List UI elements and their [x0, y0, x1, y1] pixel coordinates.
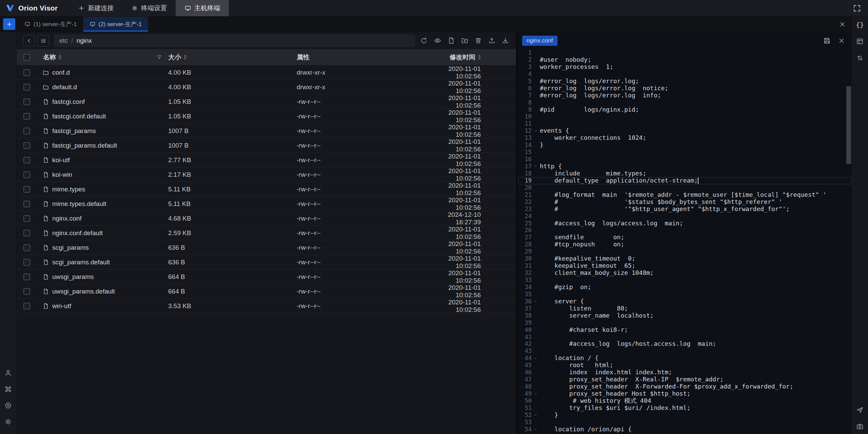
row-checkbox[interactable]	[17, 273, 37, 280]
code-line[interactable]: 45 root html;	[518, 362, 851, 369]
column-header-name[interactable]: 名称	[37, 49, 164, 65]
file-name[interactable]: fastcgi.conf	[52, 98, 85, 106]
user-icon[interactable]	[4, 369, 12, 377]
settings-icon[interactable]	[4, 418, 12, 426]
code-line[interactable]: 13 worker_connections 1024;	[518, 134, 851, 141]
table-row[interactable]: mime.types5.11 KB-rw-r--r--2020-11-01 10…	[17, 182, 516, 196]
close-icon[interactable]	[838, 37, 845, 44]
file-name[interactable]: mime.types	[52, 186, 85, 193]
file-name[interactable]: fastcgi_params.default	[52, 142, 117, 149]
code-line[interactable]: 2#user nobody;	[518, 56, 851, 63]
filter-icon[interactable]	[156, 54, 162, 60]
code-line[interactable]: 28 #tcp_nopush on;	[518, 241, 851, 248]
code-line[interactable]: 8	[518, 99, 851, 106]
row-checkbox[interactable]	[17, 201, 37, 207]
table-row[interactable]: koi-win2.17 KB-rw-r--r--2020-11-01 10:02…	[17, 167, 516, 182]
file-name[interactable]: nginx.conf	[52, 215, 82, 222]
sort-icon[interactable]	[59, 55, 61, 60]
code-editor[interactable]: 12#user nobody;3worker_processes 1;45#er…	[518, 49, 851, 434]
code-line[interactable]: 48 proxy_set_header X-Forwarded-For $pro…	[518, 383, 851, 390]
code-line[interactable]: 5#error_log logs/error.log;	[518, 78, 851, 85]
file-name[interactable]: win-utf	[52, 302, 71, 310]
file-name[interactable]: uwsgi_params	[52, 273, 94, 281]
file-name[interactable]: default.d	[52, 83, 77, 91]
code-line[interactable]: 44 location / {	[518, 355, 851, 362]
close-icon[interactable]	[839, 21, 846, 28]
file-name[interactable]: fastcgi.conf.default	[52, 113, 106, 120]
fold-chevron-icon[interactable]	[532, 127, 540, 134]
fold-chevron-icon[interactable]	[532, 412, 540, 419]
table-row[interactable]: uwsgi_params.default664 B-rw-r--r--2020-…	[17, 284, 516, 299]
editor-scrollbar[interactable]	[846, 86, 851, 164]
table-row[interactable]: fastcgi.conf1.05 KB-rw-r--r--2020-11-01 …	[17, 94, 516, 109]
code-line[interactable]: 39	[518, 319, 851, 326]
refresh-icon[interactable]	[420, 37, 428, 44]
row-checkbox[interactable]	[17, 142, 37, 149]
table-row[interactable]: scgi_params636 B-rw-r--r--2020-11-01 10:…	[17, 240, 516, 255]
row-checkbox[interactable]	[17, 186, 37, 193]
new-folder-icon[interactable]	[461, 37, 469, 44]
column-header-attr[interactable]: 属性	[291, 49, 437, 65]
menu-item-new-connection[interactable]: 新建连接	[69, 0, 122, 16]
code-line[interactable]: 34 #gzip on;	[518, 284, 851, 291]
table-row[interactable]: mime.types.default5.11 KB-rw-r--r--2020-…	[17, 196, 516, 211]
breadcrumb-segment[interactable]: nginx	[77, 37, 92, 44]
code-line[interactable]: 14}	[518, 141, 851, 149]
code-line[interactable]: 36 server {	[518, 298, 851, 305]
code-line[interactable]: 1	[518, 49, 851, 56]
row-checkbox[interactable]	[17, 244, 37, 251]
code-line[interactable]: 51 try_files $uri $uri/ /index.html;	[518, 404, 851, 412]
menu-item-terminal-settings[interactable]: 终端设置	[122, 0, 176, 16]
fold-chevron-icon[interactable]	[532, 426, 540, 433]
row-checkbox[interactable]	[17, 171, 37, 178]
code-line[interactable]: 37 listen 80;	[518, 305, 851, 312]
code-line[interactable]: 22 # '$status $body_bytes_sent "$http_re…	[518, 199, 851, 206]
row-checkbox[interactable]	[17, 215, 37, 222]
sort-icon[interactable]	[184, 55, 186, 60]
save-icon[interactable]	[823, 37, 831, 45]
fold-chevron-icon[interactable]	[532, 390, 540, 397]
file-name[interactable]: fastcgi_params	[52, 127, 96, 135]
fold-chevron-icon[interactable]	[532, 163, 540, 170]
code-line[interactable]: 20	[518, 184, 851, 191]
file-name[interactable]: nginx.conf.default	[52, 229, 103, 237]
column-header-size[interactable]: 大小	[164, 49, 291, 65]
send-icon[interactable]	[856, 406, 864, 414]
terminal-tab-1[interactable]: (1) server-生产-1	[18, 17, 83, 32]
code-line[interactable]: 23 # '"$http_user_agent" "$http_x_forwar…	[518, 206, 851, 213]
list-view-button[interactable]	[38, 35, 49, 46]
table-row[interactable]: scgi_params.default636 B-rw-r--r--2020-1…	[17, 255, 516, 269]
code-line[interactable]: 3worker_processes 1;	[518, 63, 851, 71]
code-line[interactable]: 40 #charset koi8-r;	[518, 326, 851, 334]
code-line[interactable]: 19 default_type application/octet-stream…	[518, 177, 851, 184]
row-checkbox[interactable]	[17, 69, 37, 76]
table-row[interactable]: fastcgi_params.default1007 B-rw-r--r--20…	[17, 138, 516, 153]
row-checkbox[interactable]	[17, 98, 37, 105]
row-checkbox[interactable]	[17, 259, 37, 266]
braces-icon[interactable]: {}	[856, 21, 864, 29]
table-row[interactable]: conf.d4.00 KBdrwxr-xr-x2020-11-01 10:02:…	[17, 65, 516, 80]
code-line[interactable]: 46 index index.html index.htm;	[518, 369, 851, 376]
trash-icon[interactable]	[474, 37, 482, 44]
code-line[interactable]: 52 }	[518, 412, 851, 419]
code-line[interactable]: 21 #log_format main '$remote_addr - $rem…	[518, 191, 851, 199]
theme-icon[interactable]	[4, 401, 12, 410]
code-line[interactable]: 17http {	[518, 163, 851, 170]
code-line[interactable]: 4	[518, 71, 851, 78]
fold-chevron-icon[interactable]	[532, 355, 540, 362]
table-row[interactable]: default.d4.00 KBdrwxr-xr-x2020-11-01 10:…	[17, 80, 516, 94]
code-line[interactable]: 41	[518, 334, 851, 341]
row-checkbox[interactable]	[17, 230, 37, 237]
code-line[interactable]: 50 # web history 模式 404	[518, 397, 851, 404]
code-line[interactable]: 35	[518, 291, 851, 298]
code-line[interactable]: 11	[518, 120, 851, 127]
code-line[interactable]: 12events {	[518, 127, 851, 134]
code-line[interactable]: 29	[518, 248, 851, 255]
table-row[interactable]: fastcgi.conf.default1.05 KB-rw-r--r--202…	[17, 109, 516, 124]
new-tab-button[interactable]	[3, 18, 15, 30]
table-row[interactable]: fastcgi_params1007 B-rw-r--r--2020-11-01…	[17, 124, 516, 138]
file-name[interactable]: scgi_params	[52, 244, 89, 251]
row-checkbox[interactable]	[17, 303, 37, 309]
sort-icon[interactable]	[478, 55, 481, 60]
code-line[interactable]: 26	[518, 227, 851, 234]
